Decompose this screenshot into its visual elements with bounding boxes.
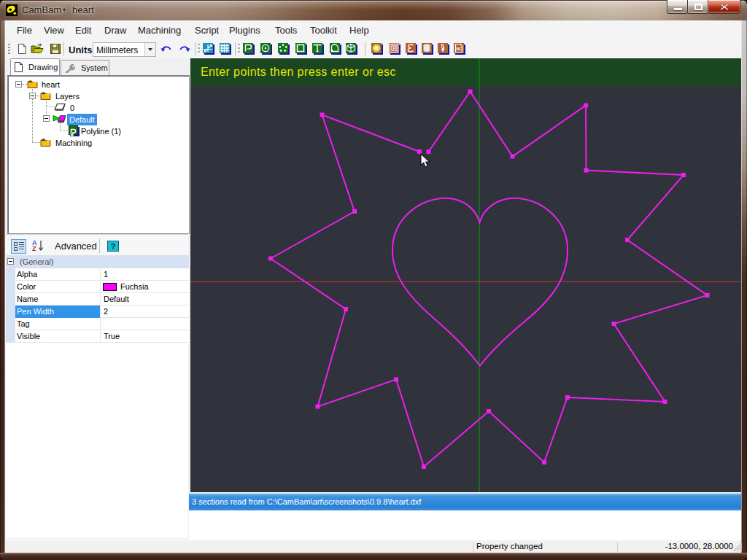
svg-text:NC: NC — [456, 47, 462, 51]
